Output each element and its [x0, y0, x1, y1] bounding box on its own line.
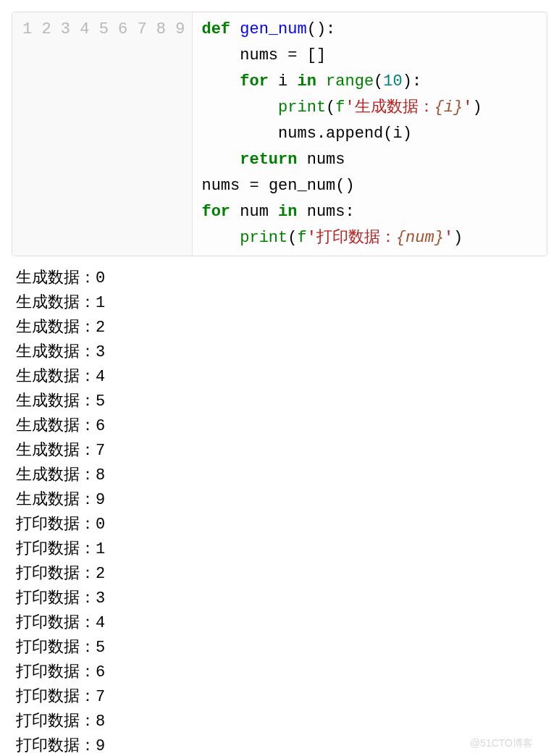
output-line: 打印数据：5	[16, 639, 105, 657]
output-line: 打印数据：6	[16, 663, 105, 681]
line-number: 8	[156, 20, 166, 38]
output-block: 生成数据：0 生成数据：1 生成数据：2 生成数据：3 生成数据：4 生成数据：…	[12, 266, 547, 756]
output-line: 打印数据：8	[16, 713, 105, 731]
code-line: for i in range(10):	[201, 72, 421, 91]
output-line: 生成数据：1	[16, 294, 105, 312]
line-number: 6	[118, 20, 127, 38]
output-line: 生成数据：0	[16, 269, 105, 287]
watermark: @51CTO博客	[470, 737, 533, 750]
code-line: print(f'打印数据：{num}')	[201, 229, 463, 247]
code-content: def gen_num(): nums = [] for i in range(…	[193, 12, 490, 256]
line-number: 2	[41, 20, 51, 38]
code-line: nums = []	[201, 46, 326, 64]
output-line: 打印数据：0	[16, 516, 105, 534]
output-line: 生成数据：2	[16, 319, 105, 337]
output-line: 打印数据：4	[16, 614, 105, 632]
output-line: 生成数据：5	[16, 392, 105, 411]
code-line: return nums	[201, 151, 345, 169]
output-line: 打印数据：7	[16, 688, 105, 706]
output-line: 生成数据：7	[16, 442, 105, 460]
output-line: 打印数据：2	[16, 565, 105, 583]
output-line: 生成数据：3	[16, 343, 105, 361]
code-line: print(f'生成数据：{i}')	[201, 98, 482, 117]
line-number: 3	[61, 20, 70, 38]
line-number: 9	[175, 20, 185, 38]
output-line: 生成数据：8	[16, 466, 105, 484]
output-line: 打印数据：3	[16, 589, 105, 608]
output-line: 生成数据：9	[16, 491, 105, 509]
line-number: 4	[80, 20, 89, 38]
code-line: nums = gen_num()	[201, 177, 354, 195]
code-line: nums.append(i)	[201, 125, 411, 143]
code-block: 1 2 3 4 5 6 7 8 9 def gen_num(): nums = …	[12, 12, 547, 256]
line-number: 7	[137, 20, 146, 38]
output-line: 生成数据：4	[16, 368, 105, 386]
code-line: def gen_num():	[201, 20, 335, 38]
output-line: 打印数据：9	[16, 737, 105, 755]
code-line: for num in nums:	[201, 203, 354, 221]
line-number-gutter: 1 2 3 4 5 6 7 8 9	[12, 12, 193, 256]
output-line: 生成数据：6	[16, 417, 105, 435]
output-line: 打印数据：1	[16, 540, 105, 558]
line-number: 5	[99, 20, 109, 38]
line-number: 1	[22, 20, 32, 38]
